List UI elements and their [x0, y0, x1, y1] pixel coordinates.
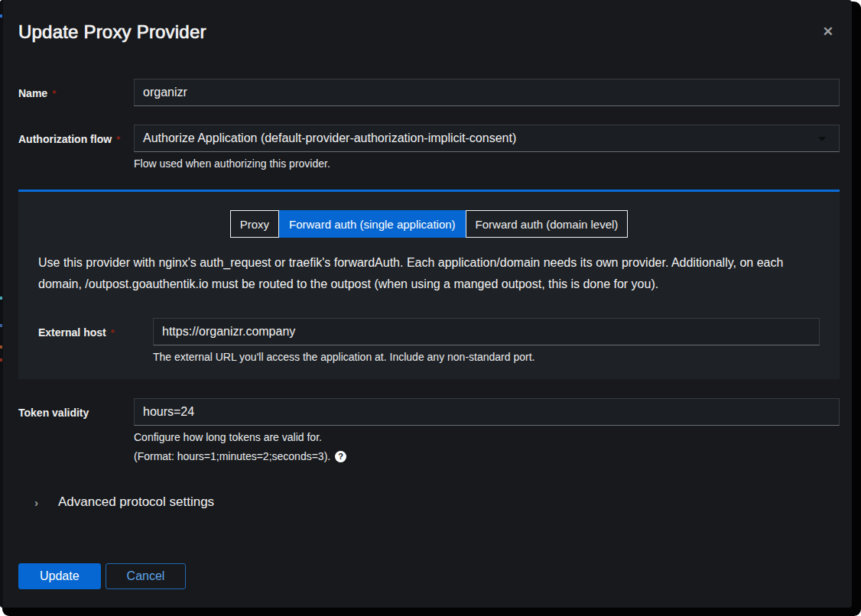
background-page-edge — [0, 0, 3, 608]
toggle-forward-auth-domain[interactable]: Forward auth (domain level) — [466, 210, 629, 238]
modal-title: Update Proxy Provider — [18, 21, 840, 43]
toggle-proxy[interactable]: Proxy — [230, 210, 279, 238]
token-validity-help: Configure how long tokens are valid for. — [134, 431, 840, 444]
token-validity-input[interactable]: hours=24 — [134, 398, 840, 426]
background-dot — [0, 358, 2, 361]
external-host-label: External host — [38, 326, 106, 339]
external-host-field-row: External host* https://organizr.company … — [38, 318, 820, 364]
proxy-mode-card: Proxy Forward auth (single application) … — [18, 190, 840, 379]
expander-label: Advanced protocol settings — [58, 494, 214, 510]
external-host-help: The external URL you'll access the appli… — [153, 351, 820, 364]
chevron-down-icon — [818, 137, 826, 141]
token-validity-format-help: (Format: hours=1;minutes=2;seconds=3). ? — [134, 450, 840, 463]
authorization-flow-label: Authorization flow — [18, 133, 112, 145]
authorization-flow-value: Authorize Application (default-provider-… — [143, 131, 516, 145]
background-dot — [0, 345, 2, 349]
update-proxy-provider-modal: Update Proxy Provider ✕ Name* organizr A… — [3, 0, 852, 608]
authorization-flow-label-col: Authorization flow* — [18, 125, 134, 146]
required-asterisk: * — [52, 88, 56, 99]
update-button[interactable]: Update — [18, 563, 101, 589]
cancel-button[interactable]: Cancel — [106, 563, 187, 589]
external-host-label-col: External host* — [38, 318, 153, 339]
name-field-row: Name* organizr — [18, 79, 840, 106]
external-host-input[interactable]: https://organizr.company — [153, 318, 820, 345]
toggle-forward-auth-single[interactable]: Forward auth (single application) — [279, 210, 466, 238]
name-input[interactable]: organizr — [134, 79, 840, 106]
token-validity-format-text: (Format: hours=1;minutes=2;seconds=3). — [134, 450, 330, 463]
chevron-right-icon: › — [34, 496, 38, 509]
modal-actions: Update Cancel — [18, 563, 840, 589]
token-validity-label-col: Token validity — [18, 398, 134, 420]
name-label-col: Name* — [18, 79, 134, 100]
required-asterisk: * — [111, 327, 115, 339]
close-icon[interactable]: ✕ — [823, 25, 833, 38]
proxy-mode-toggle-group: Proxy Forward auth (single application) … — [230, 210, 629, 238]
mode-description: Use this provider with nginx's auth_requ… — [38, 252, 820, 295]
token-validity-field-row: Token validity hours=24 Configure how lo… — [18, 398, 840, 463]
required-asterisk: * — [116, 134, 120, 145]
authorization-flow-select[interactable]: Authorize Application (default-provider-… — [134, 125, 840, 152]
background-dot — [0, 297, 2, 300]
authorization-flow-field-row: Authorization flow* Authorize Applicatio… — [18, 125, 840, 170]
advanced-protocol-settings-expander[interactable]: › Advanced protocol settings — [18, 494, 840, 510]
token-validity-label: Token validity — [18, 407, 89, 419]
background-dot — [0, 324, 2, 327]
authorization-flow-help: Flow used when authorizing this provider… — [134, 157, 840, 170]
background-dot — [0, 15, 2, 18]
question-circle-icon[interactable]: ? — [335, 451, 346, 462]
name-label: Name — [18, 87, 47, 99]
modal-screen: Update Proxy Provider ✕ Name* organizr A… — [0, 0, 852, 608]
